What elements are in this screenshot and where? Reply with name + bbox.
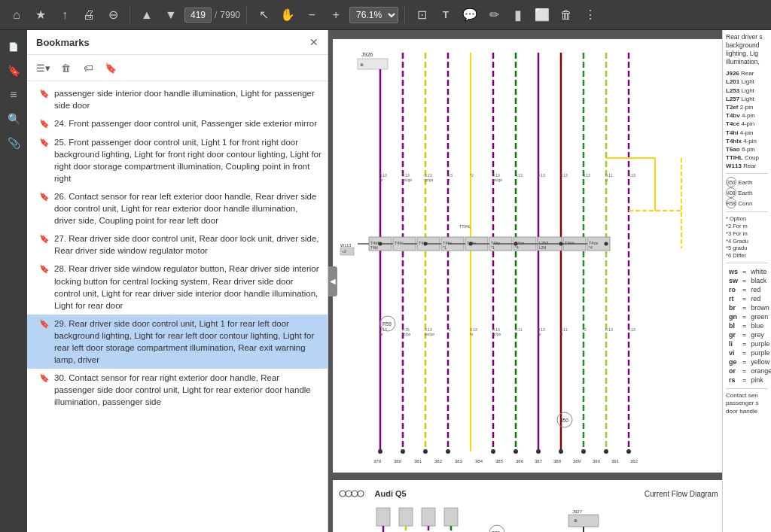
bm-expand-button[interactable]: ☰▾ — [33, 58, 53, 78]
svg-text:ws/pe: ws/pe — [425, 332, 434, 336]
zoom-plus-button[interactable]: + — [325, 5, 346, 26]
zoom-minus-button[interactable]: − — [301, 5, 322, 26]
svg-point-127 — [423, 242, 427, 246]
page-input[interactable]: 419 — [184, 8, 212, 23]
svg-text:0.13: 0.13 — [538, 173, 545, 178]
svg-rect-147 — [568, 515, 599, 527]
icon-strip-bookmark[interactable]: 🔖 — [3, 60, 24, 81]
legend-color: yellow — [749, 358, 771, 366]
page-up-button[interactable]: ▲ — [136, 5, 157, 26]
right-note-item: *2 For m — [726, 223, 768, 230]
right-divider-3 — [726, 263, 768, 263]
highlight-button[interactable]: ▮ — [507, 5, 529, 26]
bookmarks-list: 🔖passenger side interior door handle ill… — [27, 81, 328, 532]
sidebar-collapse-handle[interactable]: ◀ — [328, 266, 337, 296]
svg-point-110 — [604, 449, 608, 454]
svg-text:*4: *4 — [589, 245, 593, 250]
right-note-item: *4 Gradu — [726, 238, 768, 245]
right-component-item: L253 Light — [726, 87, 768, 95]
svg-point-132 — [340, 491, 346, 497]
bookmark-icon: 🔖 — [39, 233, 50, 245]
svg-text:*4: *4 — [515, 245, 519, 250]
svg-text:gr/pe: gr/pe — [425, 178, 434, 182]
bookmark-star-button[interactable]: ★ — [30, 5, 51, 26]
legend-row: rt=red — [727, 295, 771, 302]
right-connection-item: 408 Earth — [726, 187, 768, 198]
svg-text:386: 386 — [516, 459, 524, 464]
svg-text:hr: hr — [470, 332, 474, 336]
bookmark-item[interactable]: 🔖25. Front passenger door control unit, … — [27, 133, 328, 187]
right-component-item: T4bv 4-pin — [726, 111, 768, 120]
zoom-out-page-button[interactable]: ⊖ — [102, 5, 123, 26]
more-button[interactable]: ⋮ — [580, 5, 601, 26]
audi-logo — [339, 486, 369, 501]
bookmark-item[interactable]: 🔖27. Rear driver side door control unit,… — [27, 230, 328, 260]
icon-strip-search[interactable]: 🔍 — [3, 108, 24, 129]
svg-text:⊕: ⊕ — [574, 518, 577, 523]
hand-tool-button[interactable]: ✋ — [277, 5, 298, 26]
right-component-item: L201 Light — [726, 78, 768, 86]
text-tool-button[interactable]: T — [435, 5, 456, 26]
legend-row: sw=black — [727, 277, 771, 284]
svg-point-135 — [358, 491, 364, 497]
bm-flag-button[interactable]: 🔖 — [101, 58, 120, 78]
divider-1 — [130, 6, 130, 24]
svg-point-103 — [423, 449, 428, 454]
bm-tag-button[interactable]: 🏷 — [78, 58, 98, 78]
bookmark-item[interactable]: 🔖24. Front passenger door control unit, … — [27, 114, 328, 132]
svg-text:ws/ge: ws/ge — [402, 178, 412, 182]
bookmark-item[interactable]: 🔖28. Rear driver side window regulator b… — [27, 260, 328, 314]
bookmark-item[interactable]: 🔖30. Contact sensor for rear right exter… — [27, 369, 328, 411]
pdf-viewer[interactable]: ◀ J926 ⊕ — [328, 30, 722, 532]
right-connection-item: 350 Earth — [726, 177, 768, 187]
right-component-item: T4ce 4-pin — [726, 120, 768, 128]
legend-row: ws=white — [727, 268, 771, 275]
bookmark-item[interactable]: 🔖29. Rear driver side door control unit,… — [27, 315, 328, 369]
stamp-button[interactable]: ⬜ — [532, 5, 553, 26]
bm-delete-button[interactable]: 🗑 — [56, 58, 75, 78]
upload-button[interactable]: ↑ — [54, 5, 75, 26]
legend-eq: = — [741, 286, 748, 293]
comment-button[interactable]: 💬 — [459, 5, 480, 26]
icon-strip-layers[interactable]: ≡ — [3, 84, 24, 105]
legend-eq: = — [741, 268, 748, 275]
svg-text:384: 384 — [475, 459, 483, 464]
right-component-item: J926 Rear — [726, 69, 768, 78]
icon-strip-page[interactable]: 📄 — [3, 36, 24, 57]
bookmarks-close-button[interactable]: ✕ — [309, 36, 318, 48]
trash-button[interactable]: 🗑 — [556, 5, 577, 26]
bookmark-item[interactable]: 🔖passenger side interior door handle ill… — [27, 84, 328, 114]
legend-eq: = — [741, 277, 748, 284]
bookmarks-toolbar: ☰▾ 🗑 🏷 🔖 — [27, 55, 328, 81]
right-component-item: L257 Light — [726, 95, 768, 103]
icon-strip-attach[interactable]: 📎 — [3, 132, 24, 154]
legend-code: li — [727, 340, 739, 348]
svg-text:379: 379 — [373, 459, 382, 464]
svg-text:rt: rt — [447, 178, 450, 182]
svg-text:gr/pe: gr/pe — [402, 332, 411, 336]
fit-page-button[interactable]: ⊡ — [411, 5, 432, 26]
legend-color: red — [749, 286, 771, 293]
legend-code: rs — [727, 376, 739, 384]
diagram-page-1: J926 ⊕ — [333, 39, 723, 473]
svg-text:W113: W113 — [340, 243, 351, 248]
divider-2 — [246, 6, 247, 24]
legend-color: purple — [749, 349, 771, 357]
bookmark-item[interactable]: 🔖26. Contact sensor for rear left exteri… — [27, 187, 328, 230]
svg-text:389: 389 — [573, 459, 581, 464]
svg-rect-138 — [422, 508, 435, 526]
page-down-button[interactable]: ▼ — [160, 5, 181, 26]
svg-text:T4hlx: T4hlx — [565, 241, 575, 245]
zoom-select[interactable]: 76.1% 50% 75% 100% 125% 150% 200% — [349, 7, 398, 23]
right-connections: 350 Earth408 EarthR58 Conn — [726, 177, 768, 208]
cursor-tool-button[interactable]: ↖ — [253, 5, 274, 26]
svg-text:ws/ge: ws/ge — [492, 178, 502, 182]
home-button[interactable]: ⌂ — [6, 5, 27, 26]
right-divider-4 — [726, 388, 768, 389]
pen-button[interactable]: ✏ — [483, 5, 504, 26]
svg-point-102 — [401, 449, 405, 454]
print-button[interactable]: 🖨 — [78, 5, 99, 26]
icon-strip: 📄 🔖 ≡ 🔍 📎 — [0, 30, 27, 532]
legend-color: blue — [749, 322, 771, 330]
bookmark-icon: 🔖 — [39, 318, 50, 330]
